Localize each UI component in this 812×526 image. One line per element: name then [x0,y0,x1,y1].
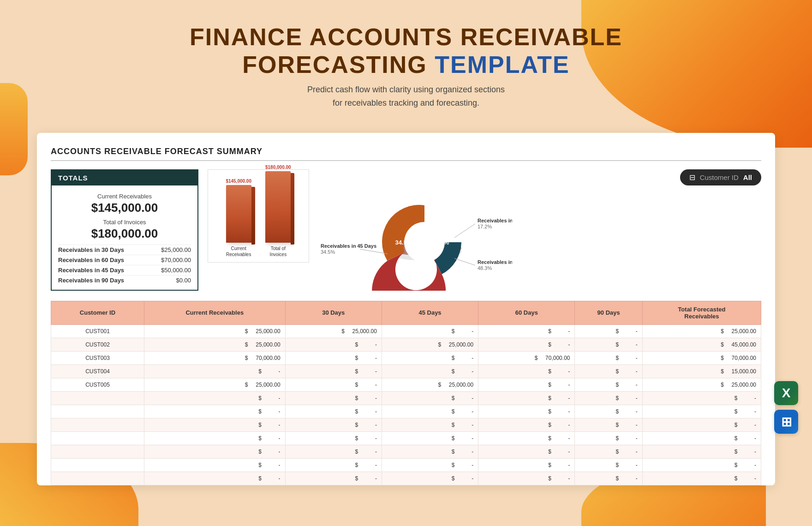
totals-row-label: Receivables in 45 Days [58,267,124,274]
svg-line-10 [454,258,475,265]
cell-value: $ 70,000.00 [642,351,761,365]
cell-value: $ - [478,378,575,391]
bar-item-current: $145,000.00 CurrentReceivables [226,179,251,257]
totals-body: Current Receivables $145,000.00 Total of… [52,185,197,290]
cell-value: $ - [285,472,382,485]
cell-value: $ - [382,365,478,378]
cell-value: $ - [575,458,642,472]
filter-value: All [743,173,752,181]
cell-value: $ - [478,338,575,351]
title-line2-bold: FORECASTING [242,51,427,78]
cell-value: $ - [382,431,478,445]
cell-value: $ - [144,418,285,431]
right-panel: ⊟ Customer ID All [318,169,761,291]
cell-customer-id [51,458,144,472]
page-header: FINANCE ACCOUNTS RECEIVABLE FORECASTING … [37,14,775,119]
cell-value: $ - [478,458,575,472]
cell-value: $ - [382,458,478,472]
cell-value: $ - [575,365,642,378]
cell-value: $ - [144,445,285,458]
summary-area: TOTALS Current Receivables $145,000.00 T… [51,169,761,291]
totals-row: Receivables in 30 Days$25,000.00 [58,245,191,255]
cell-value: $ - [575,472,642,485]
table-row: CUST003 $ 70,000.00 $ - $ - $ 70,000.00 … [51,351,761,365]
cell-value: $ - [478,365,575,378]
cell-value: $ - [478,391,575,405]
cell-value: $ - [285,458,382,472]
cell-value: $ - [382,445,478,458]
cell-value: $ - [382,418,478,431]
svg-text:Receivables in 30 Days: Receivables in 30 Days [478,218,512,223]
cell-value: $ - [478,472,575,485]
col-header-90: 90 Days [575,301,642,324]
cell-customer-id [51,391,144,405]
table-row: CUST002 $ 25,000.00 $ - $ 25,000.00 $ - … [51,338,761,351]
table-body: CUST001 $ 25,000.00 $ 25,000.00 $ - $ - … [51,324,761,485]
cell-value: $ 25,000.00 [144,338,285,351]
current-receivables-label: Current Receivables [58,193,191,200]
cell-customer-id: CUST004 [51,365,144,378]
filter-badge[interactable]: ⊟ Customer ID All [680,169,761,185]
cell-value: $ 25,000.00 [285,324,382,338]
cell-value: $ 25,000.00 [382,338,478,351]
table-row: $ - $ - $ - $ - $ - $ - [51,458,761,472]
bar-total [265,171,291,243]
cell-customer-id [51,445,144,458]
totals-row-value: $0.00 [176,277,191,284]
current-receivables-value: $145,000.00 [58,201,191,215]
svg-text:Receivables in 45 Days: Receivables in 45 Days [321,243,376,249]
svg-text:34.5%: 34.5% [395,239,412,246]
cell-value: $ 25,000.00 [144,324,285,338]
bar-item-total: $180,000.00 Total ofInvoices [265,165,291,257]
cell-value: $ - [575,405,642,418]
bar-bottom-label-total: Total ofInvoices [269,245,287,257]
cell-value: $ - [642,391,761,405]
cell-value: $ - [382,391,478,405]
cell-value: $ - [144,391,285,405]
bar-label-top-total: $180,000.00 [265,165,291,170]
cell-customer-id [51,431,144,445]
table-row: $ - $ - $ - $ - $ - $ - [51,472,761,485]
title-line2-blue: TEMPLATE [435,51,569,78]
col-header-current: Current Receivables [144,301,285,324]
cell-value: $ - [382,324,478,338]
cell-value: $ - [285,431,382,445]
totals-row: Receivables in 45 Days$50,000.00 [58,265,191,275]
cell-value: $ - [575,378,642,391]
cell-value: $ 70,000.00 [144,351,285,365]
cell-value: $ - [575,391,642,405]
col-header-60: 60 Days [478,301,575,324]
table-row: $ - $ - $ - $ - $ - $ - [51,418,761,431]
svg-text:34.5%: 34.5% [321,249,335,255]
col-header-id: Customer ID [51,301,144,324]
svg-text:48.3%: 48.3% [478,265,492,271]
cell-value: $ - [575,338,642,351]
totals-header: TOTALS [52,170,197,185]
excel-badge[interactable]: X [774,381,798,405]
totals-row: Receivables in 60 Days$70,000.00 [58,255,191,265]
total-invoices-value: $180,000.00 [58,227,191,241]
col-header-total: Total ForecastedReceivables [642,301,761,324]
cell-value: $ - [478,445,575,458]
table-row: $ - $ - $ - $ - $ - $ - [51,431,761,445]
cell-value: $ - [285,378,382,391]
header-subtitle: Predict cash flow with clarity using org… [37,83,775,110]
cell-value: $ - [144,405,285,418]
bar-3d-side-current [251,187,255,245]
title-line1: FINANCE ACCOUNTS RECEIVABLE [37,23,775,51]
cell-value: $ - [285,418,382,431]
cell-value: $ - [285,351,382,365]
cell-value: $ - [382,351,478,365]
cell-value: $ - [575,324,642,338]
cell-value: $ - [382,405,478,418]
cell-customer-id [51,472,144,485]
cell-value: $ - [478,405,575,418]
bar-label-top-current: $145,000.00 [226,179,251,184]
sheets-badge[interactable]: ⊞ [774,410,798,434]
main-card: ACCOUNTS RECEIVABLE FORECAST SUMMARY TOT… [37,133,775,485]
bar-3d-side-total [291,173,294,245]
cell-value: $ - [285,338,382,351]
totals-row-value: $25,000.00 [161,246,191,253]
section-title: ACCOUNTS RECEIVABLE FORECAST SUMMARY [51,147,761,161]
cell-value: $ - [478,418,575,431]
